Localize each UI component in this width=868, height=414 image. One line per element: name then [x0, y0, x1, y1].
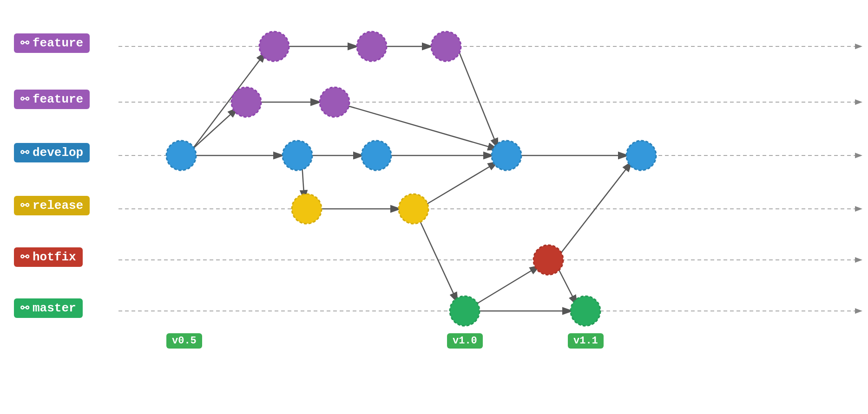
develop-label: ⚯ develop [14, 143, 90, 162]
node-f2b [320, 87, 349, 117]
master-label: ⚯ master [14, 298, 83, 318]
node-d1 [166, 141, 196, 170]
node-m1 [450, 296, 480, 326]
master-arrow [855, 308, 862, 314]
develop-arrow [855, 153, 862, 158]
git-flow-diagram: ⚯ feature ⚯ feature ⚯ develop ⚯ release … [0, 0, 868, 414]
conn-r2-d4 [427, 162, 498, 204]
version-tag-v11: v1.1 [568, 333, 604, 349]
conn-d1-f2a [191, 108, 238, 151]
release-label-text: release [33, 199, 83, 213]
conn-f1c-d4 [459, 52, 498, 149]
feature2-label-text: feature [33, 92, 83, 106]
node-r1 [292, 194, 322, 224]
feature1-git-icon: ⚯ [20, 37, 29, 50]
feature1-arrow [855, 44, 862, 49]
conn-m1-hf1 [474, 265, 540, 305]
hotfix-git-icon: ⚯ [20, 251, 29, 264]
feature2-label: ⚯ feature [14, 90, 90, 109]
develop-label-text: develop [33, 146, 83, 160]
hotfix-label-text: hotfix [33, 250, 76, 264]
feature2-git-icon: ⚯ [20, 93, 29, 106]
node-hf1 [533, 245, 563, 275]
version-tag-v05-text: v0.5 [172, 335, 197, 347]
master-label-text: master [33, 301, 76, 315]
version-tag-v11-text: v1.1 [573, 335, 598, 347]
node-d3 [362, 141, 391, 170]
node-d4 [492, 141, 521, 170]
version-tag-v10-text: v1.0 [453, 335, 477, 347]
node-r2 [399, 194, 428, 224]
diagram-svg [0, 0, 868, 414]
version-tag-v05: v0.5 [166, 333, 202, 349]
node-f1b [357, 32, 387, 61]
hotfix-label: ⚯ hotfix [14, 247, 83, 267]
node-f1c [431, 32, 461, 61]
conn-hf1-m2 [557, 265, 577, 305]
version-tag-v10: v1.0 [447, 333, 483, 349]
release-label: ⚯ release [14, 196, 90, 215]
conn-hf1-d5 [560, 162, 632, 254]
master-git-icon: ⚯ [20, 302, 29, 315]
hotfix-arrow [855, 257, 862, 263]
release-git-icon: ⚯ [20, 200, 29, 212]
node-d5 [626, 141, 656, 170]
feature2-arrow [855, 99, 862, 105]
node-f2a [231, 87, 261, 117]
node-d2 [283, 141, 312, 170]
develop-git-icon: ⚯ [20, 147, 29, 159]
feature1-label: ⚯ feature [14, 33, 90, 53]
release-arrow [855, 206, 862, 212]
node-f1a [259, 32, 289, 61]
feature1-label-text: feature [33, 36, 83, 50]
node-m2 [571, 296, 600, 326]
